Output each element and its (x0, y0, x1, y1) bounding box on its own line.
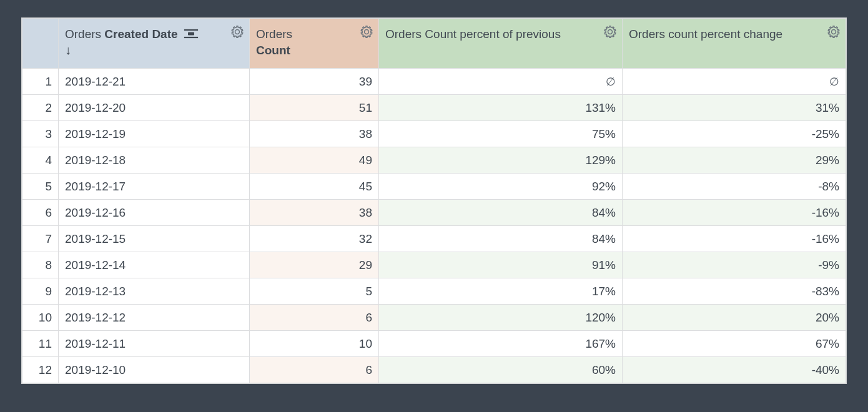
row-number: 9 (22, 278, 59, 305)
cell-created-date[interactable]: 2019-12-16 (59, 200, 250, 226)
table-row: 102019-12-126120%20% (22, 305, 846, 331)
header-text: Orders Count percent of previous (385, 27, 561, 41)
sort-descending-icon: ↓ (65, 44, 243, 56)
cell-count[interactable]: 38 (250, 200, 379, 226)
table-row: 82019-12-142991%-9% (22, 252, 846, 278)
table-row: 62019-12-163884%-16% (22, 200, 846, 226)
gear-icon[interactable] (827, 25, 841, 39)
row-number: 1 (22, 69, 59, 95)
cell-percent-of-previous[interactable]: 91% (379, 252, 623, 278)
cell-count[interactable]: 5 (250, 278, 379, 305)
data-table: Orders Created Date ↓ Orders Count (22, 18, 846, 383)
cell-percent-change[interactable]: 20% (623, 305, 846, 331)
cell-created-date[interactable]: 2019-12-13 (59, 278, 250, 305)
row-number: 6 (22, 200, 59, 226)
table-row: 72019-12-153284%-16% (22, 226, 846, 252)
gear-icon[interactable] (230, 25, 244, 39)
table-row: 112019-12-1110167%67% (22, 331, 846, 357)
cell-percent-of-previous[interactable]: 131% (379, 95, 623, 121)
cell-percent-change[interactable]: -8% (623, 174, 846, 200)
row-number: 8 (22, 252, 59, 278)
cell-count[interactable]: 45 (250, 174, 379, 200)
cell-percent-change[interactable]: 67% (623, 331, 846, 357)
table-row: 12019-12-2139∅∅ (22, 69, 846, 95)
header-prefix: Orders (256, 27, 292, 41)
cell-created-date[interactable]: 2019-12-12 (59, 305, 250, 331)
cell-percent-change[interactable]: -40% (623, 357, 846, 383)
row-number: 4 (22, 147, 59, 174)
table-row: 52019-12-174592%-8% (22, 174, 846, 200)
header-bold: Created Date (104, 27, 177, 41)
table-row: 22019-12-2051131%31% (22, 95, 846, 121)
column-header-percent-of-previous[interactable]: Orders Count percent of previous (379, 19, 623, 69)
column-header-percent-change[interactable]: Orders count percent change (623, 19, 846, 69)
cell-percent-change[interactable]: -16% (623, 226, 846, 252)
cell-count[interactable]: 51 (250, 95, 379, 121)
cell-percent-of-previous[interactable]: ∅ (379, 69, 623, 95)
cell-percent-of-previous[interactable]: 120% (379, 305, 623, 331)
cell-created-date[interactable]: 2019-12-17 (59, 174, 250, 200)
header-text: Orders count percent change (629, 27, 782, 41)
svg-rect-2 (188, 32, 194, 36)
cell-percent-of-previous[interactable]: 129% (379, 147, 623, 174)
row-number: 2 (22, 95, 59, 121)
cell-created-date[interactable]: 2019-12-14 (59, 252, 250, 278)
cell-percent-change[interactable]: -9% (623, 252, 846, 278)
cell-percent-of-previous[interactable]: 84% (379, 226, 623, 252)
row-number: 5 (22, 174, 59, 200)
gear-icon[interactable] (360, 25, 373, 39)
cell-count[interactable]: 6 (250, 305, 379, 331)
cell-percent-of-previous[interactable]: 92% (379, 174, 623, 200)
data-table-panel: Orders Created Date ↓ Orders Count (21, 17, 847, 384)
gear-icon[interactable] (603, 25, 617, 39)
cell-percent-change[interactable]: -83% (623, 278, 846, 305)
cell-created-date[interactable]: 2019-12-10 (59, 357, 250, 383)
cell-percent-of-previous[interactable]: 167% (379, 331, 623, 357)
cell-created-date[interactable]: 2019-12-18 (59, 147, 250, 174)
cell-percent-of-previous[interactable]: 17% (379, 278, 623, 305)
cell-count[interactable]: 10 (250, 331, 379, 357)
cell-percent-change[interactable]: 29% (623, 147, 846, 174)
row-number: 10 (22, 305, 59, 331)
header-bold: Count (256, 44, 290, 57)
table-row: 122019-12-10660%-40% (22, 357, 846, 383)
row-number: 11 (22, 331, 59, 357)
column-header-index (22, 19, 59, 69)
cell-created-date[interactable]: 2019-12-15 (59, 226, 250, 252)
cell-created-date[interactable]: 2019-12-20 (59, 95, 250, 121)
table-row: 42019-12-1849129%29% (22, 147, 846, 174)
header-prefix: Orders (65, 27, 104, 41)
cell-count[interactable]: 29 (250, 252, 379, 278)
cell-created-date[interactable]: 2019-12-19 (59, 121, 250, 147)
cell-percent-of-previous[interactable]: 84% (379, 200, 623, 226)
column-header-count[interactable]: Orders Count (250, 19, 379, 69)
row-number: 3 (22, 121, 59, 147)
cell-count[interactable]: 38 (250, 121, 379, 147)
cell-created-date[interactable]: 2019-12-11 (59, 331, 250, 357)
cell-count[interactable]: 32 (250, 226, 379, 252)
cell-percent-change[interactable]: ∅ (623, 69, 846, 95)
cell-percent-change[interactable]: 31% (623, 95, 846, 121)
cell-percent-of-previous[interactable]: 60% (379, 357, 623, 383)
cell-created-date[interactable]: 2019-12-21 (59, 69, 250, 95)
pivot-icon (184, 28, 199, 39)
cell-percent-of-previous[interactable]: 75% (379, 121, 623, 147)
cell-percent-change[interactable]: -25% (623, 121, 846, 147)
cell-count[interactable]: 39 (250, 69, 379, 95)
row-number: 12 (22, 357, 59, 383)
cell-count[interactable]: 49 (250, 147, 379, 174)
cell-count[interactable]: 6 (250, 357, 379, 383)
column-header-created-date[interactable]: Orders Created Date ↓ (59, 19, 250, 69)
table-row: 32019-12-193875%-25% (22, 121, 846, 147)
cell-percent-change[interactable]: -16% (623, 200, 846, 226)
row-number: 7 (22, 226, 59, 252)
table-row: 92019-12-13517%-83% (22, 278, 846, 305)
